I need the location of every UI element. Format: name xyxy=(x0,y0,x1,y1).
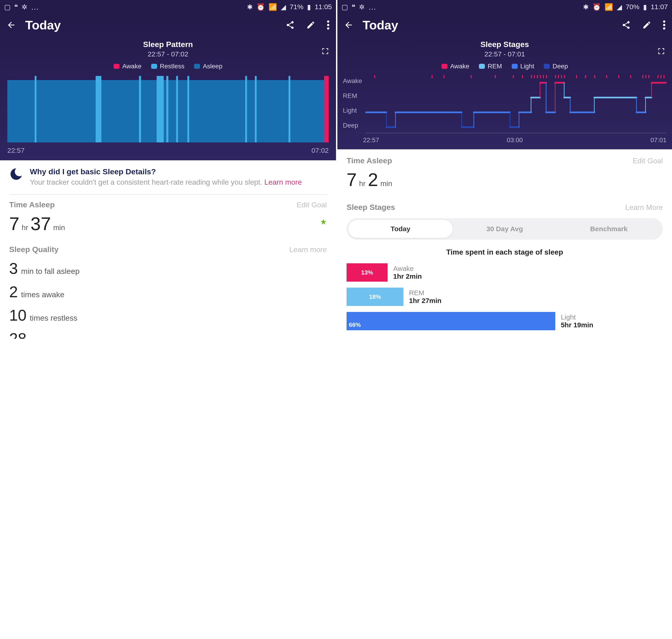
time-asleep-value: 7 hr 2 min xyxy=(346,169,663,190)
stage-row-awake: 13% Awake 1hr 2min xyxy=(346,263,663,282)
stage-bar-rem: 18% xyxy=(346,287,403,306)
info-card-body: Your tracker couldn't get a consistent h… xyxy=(30,178,264,186)
fullscreen-icon[interactable] xyxy=(657,47,665,55)
legend-swatch-awake xyxy=(441,64,448,69)
time-asleep-value: 7 hr 37 min xyxy=(9,213,65,234)
svg-point-3 xyxy=(663,20,665,23)
hours-unit: hr xyxy=(22,223,28,232)
legend-label-light: Light xyxy=(520,63,534,70)
chat-icon: ❝ xyxy=(14,3,18,11)
ylabel-rem: REM xyxy=(343,92,362,99)
overflow-icon[interactable] xyxy=(327,20,330,30)
stage-pct: 18% xyxy=(369,293,381,300)
stage-name: Awake xyxy=(393,265,422,272)
basic-sleep-info-card[interactable]: Why did I get basic Sleep Details? Your … xyxy=(9,167,327,195)
overflow-icon[interactable] xyxy=(663,20,666,30)
stage-row-light: 66% Light 5hr 19min xyxy=(346,312,663,330)
quality-text: min to fall asleep xyxy=(21,267,80,276)
screen-sleep-stages: ▢ ❝ ✲ ✱ ⏰ 📶 ◢ 70% ▮ 11:07 Today xyxy=(336,0,672,339)
legend-label-asleep: Asleep xyxy=(203,63,222,70)
tab-30day[interactable]: 30 Day Avg xyxy=(453,220,557,238)
chart-title: Sleep Stages xyxy=(338,39,672,49)
stages-line xyxy=(365,76,667,133)
legend-label-restless: Restless xyxy=(160,63,184,70)
quality-text: times awake xyxy=(21,290,64,299)
back-icon[interactable] xyxy=(344,20,354,30)
signal-icon: ◢ xyxy=(617,3,622,11)
legend-label-awake: Awake xyxy=(122,63,141,70)
fullscreen-icon[interactable] xyxy=(321,47,329,55)
goal-star-icon: ★ xyxy=(320,217,327,227)
stage-duration: 5hr 19min xyxy=(561,321,593,329)
share-icon[interactable] xyxy=(285,20,295,30)
app-header: Today xyxy=(0,14,336,39)
time-asleep-label: Time Asleep xyxy=(9,200,54,209)
ylabel-light: Light xyxy=(343,107,362,114)
alarm-icon: ⏰ xyxy=(592,3,601,11)
status-bar: ▢ ❝ ✲ ✱ ⏰ 📶 ◢ 71% ▮ 11:05 xyxy=(0,0,336,14)
legend-swatch-rem xyxy=(479,64,485,69)
asleep-fill xyxy=(7,80,325,142)
xaxis-mid: 03:00 xyxy=(506,137,523,144)
page-title: Today xyxy=(25,18,276,32)
tab-benchmark[interactable]: Benchmark xyxy=(557,220,661,238)
hours-number: 7 xyxy=(346,169,357,190)
stage-duration: 1hr 2min xyxy=(393,272,422,280)
wifi-icon: 📶 xyxy=(605,3,613,11)
quality-row-cut: 28 xyxy=(9,330,327,339)
quality-number: 10 xyxy=(9,306,27,324)
quality-text: times restless xyxy=(30,313,78,323)
learn-more-link[interactable]: Learn more xyxy=(289,246,327,254)
minutes-unit: min xyxy=(380,180,392,188)
minutes-number: 37 xyxy=(31,213,51,234)
app-header: Today xyxy=(338,14,672,39)
tab-today[interactable]: Today xyxy=(348,220,453,238)
sleep-pattern-chart: Sleep Pattern 22:57 - 07:02 Awake Restle… xyxy=(0,39,336,160)
back-icon[interactable] xyxy=(6,20,16,30)
edit-goal-link[interactable]: Edit Goal xyxy=(632,157,663,165)
screen-sleep-pattern: ▢ ❝ ✲ ✱ ⏰ 📶 ◢ 71% ▮ 11:05 Today xyxy=(0,0,336,339)
mic-icon: ✲ xyxy=(359,3,365,11)
stage-bar-awake: 13% xyxy=(346,263,388,282)
share-icon[interactable] xyxy=(622,20,631,30)
hours-unit: hr xyxy=(359,180,365,188)
stages-xaxis: 22:57 03:00 07:01 xyxy=(338,133,672,145)
more-status-icon xyxy=(31,2,39,12)
stage-name: REM xyxy=(409,289,441,297)
chart-legend: Awake Restless Asleep xyxy=(0,63,336,70)
sleep-quality-label: Sleep Quality xyxy=(9,245,59,254)
chart-legend: Awake REM Light Deep xyxy=(338,63,672,70)
sleep-stages-chart: Sleep Stages 22:57 - 07:01 Awake REM Lig… xyxy=(338,39,672,149)
minutes-number: 2 xyxy=(368,169,378,190)
legend-swatch-deep xyxy=(544,64,550,69)
battery-text: 71% xyxy=(290,3,303,11)
ylabel-deep: Deep xyxy=(343,122,362,129)
sleep-pattern-plot[interactable] xyxy=(7,76,329,142)
learn-more-link[interactable]: Learn more xyxy=(264,178,302,186)
legend-label-awake: Awake xyxy=(450,63,469,70)
legend-swatch-awake xyxy=(113,64,120,69)
edit-goal-link[interactable]: Edit Goal xyxy=(297,201,327,209)
xaxis-start: 22:57 xyxy=(7,146,25,154)
svg-point-1 xyxy=(327,24,329,26)
battery-icon: ▮ xyxy=(307,3,311,11)
edit-icon[interactable] xyxy=(642,20,651,30)
more-status-icon xyxy=(368,2,377,12)
battery-icon: ▮ xyxy=(643,3,647,11)
moon-icon xyxy=(9,167,23,182)
quality-row: 3min to fall asleep xyxy=(9,260,327,277)
learn-more-link[interactable]: Learn More xyxy=(625,203,663,212)
edit-icon[interactable] xyxy=(306,20,315,30)
pattern-xaxis: 22:57 07:02 xyxy=(0,142,336,156)
stage-row-rem: 18% REM 1hr 27min xyxy=(346,287,663,306)
quality-number: 28 xyxy=(9,330,27,339)
stage-pct: 66% xyxy=(349,321,361,328)
bluetooth-icon: ✱ xyxy=(583,3,589,11)
page-title: Today xyxy=(363,18,612,32)
clock-text: 11:05 xyxy=(315,3,332,11)
xaxis-end: 07:02 xyxy=(311,146,329,154)
sleep-stages-plot[interactable]: Awake REM Light Deep xyxy=(343,76,667,133)
stage-duration: 1hr 27min xyxy=(409,297,441,305)
battery-text: 70% xyxy=(626,3,639,11)
chart-time-range: 22:57 - 07:01 xyxy=(338,50,672,58)
